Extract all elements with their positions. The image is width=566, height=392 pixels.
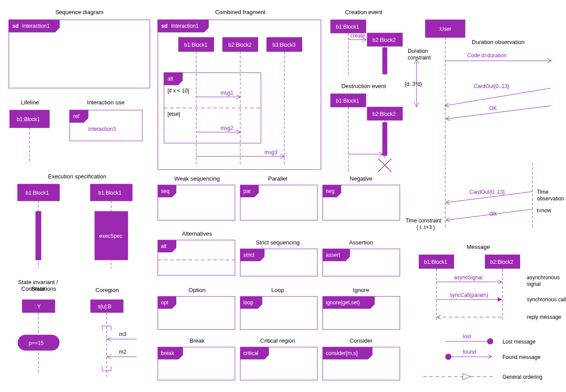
svg-text:b1:Block1: b1:Block1 — [336, 24, 359, 30]
svg-text:Found message: Found message — [503, 354, 540, 360]
exec-spec-shape: b1:Block1 b1:Block1 execSpec — [18, 184, 132, 269]
svg-text:synchronous call: synchronous call — [527, 296, 566, 303]
par-fragment: par — [240, 185, 317, 220]
svg-text:msg2: msg2 — [220, 125, 234, 131]
title-exec-spec: Execution specification — [48, 173, 106, 180]
svg-text:{d..3*d}: {d..3*d} — [405, 81, 422, 87]
title-interaction-use: Interaction use — [87, 99, 124, 106]
svg-text:par: par — [243, 188, 251, 194]
title-strict: Strict sequencing — [256, 239, 300, 246]
svg-text:msg3: msg3 — [264, 149, 278, 155]
svg-text:Duration observation: Duration observation — [472, 39, 525, 45]
svg-text:General ordering: General ordering — [503, 374, 542, 380]
svg-text::User: :User — [439, 26, 451, 32]
opt-fragment: opt — [158, 296, 235, 329]
svg-text:reply message: reply message — [527, 314, 561, 320]
title-state-inv: State State invariant / Continuations — [18, 279, 60, 292]
svg-text:b2:Block2: b2:Block2 — [490, 259, 514, 265]
svg-text:OK: OK — [489, 211, 497, 217]
svg-text:CardOut{0..13}: CardOut{0..13} — [469, 189, 505, 195]
svg-text:constraint: constraint — [408, 55, 431, 61]
title-assert: Assertion — [349, 239, 373, 246]
svg-text:ref: ref — [73, 113, 80, 119]
svg-rect-65 — [36, 211, 41, 260]
title-negative: Negative — [350, 175, 372, 182]
creation-event-shape: b1:Block1 create b2:Block2 — [331, 20, 402, 75]
svg-text:b2:Block2: b2:Block2 — [372, 37, 396, 43]
title-coregion: Coregion — [96, 287, 119, 293]
svg-text:m3: m3 — [119, 331, 127, 337]
svg-text:strict: strict — [243, 252, 255, 258]
destruction-event-shape: b1:Block1 b2:Block2 — [331, 94, 402, 172]
found-message-shape: found Found message — [445, 349, 540, 360]
svg-text:signal: signal — [527, 281, 540, 287]
svg-text:: Y: : Y — [34, 303, 41, 310]
svg-text:CardOut{0..13}: CardOut{0..13} — [474, 83, 509, 89]
title-combined-fragment: Combined fragment — [215, 9, 266, 15]
state-invariant-shape: : Y p==15 — [18, 300, 60, 374]
neg-fragment: neg — [323, 185, 400, 220]
svg-point-135 — [487, 338, 493, 344]
duration-shape: :User Duration observation Duration cons… — [405, 20, 551, 137]
svg-point-138 — [445, 354, 451, 360]
svg-line-58 — [445, 88, 551, 106]
svg-text:b1:Block1: b1:Block1 — [17, 116, 40, 122]
svg-text:Time constraint: Time constraint — [406, 218, 442, 224]
svg-text:Interaction3: Interaction3 — [88, 126, 116, 132]
sequence-diagram-frame: sd Interaction1 — [9, 20, 150, 88]
svg-text:[else]: [else] — [168, 111, 180, 117]
general-ordering-shape: General ordering — [423, 374, 542, 380]
break-fragment: break — [158, 347, 235, 380]
title-consider: Consider — [350, 337, 373, 344]
svg-text:alt: alt — [161, 243, 167, 249]
svg-text:t=now: t=now — [537, 207, 551, 214]
title-critical: Critical region — [260, 337, 295, 344]
title-creation-event: Creation event — [345, 9, 383, 15]
svg-text:lost: lost — [463, 333, 471, 340]
svg-text:b1:Block1: b1:Block1 — [336, 98, 359, 104]
svg-text:s[u]:B: s[u]:B — [98, 303, 112, 310]
lifeline-shape: b1:Block1 — [10, 110, 49, 163]
svg-text:alt: alt — [168, 76, 173, 82]
svg-text:m2: m2 — [119, 349, 127, 355]
svg-rect-40 — [383, 48, 387, 74]
title-break: Break — [190, 337, 205, 344]
assert-fragment: assert — [323, 249, 400, 276]
svg-text:Time: Time — [537, 189, 549, 195]
svg-text:b3:Block3: b3:Block3 — [272, 42, 296, 48]
svg-text:neg: neg — [326, 188, 335, 194]
svg-text:b1:Block1: b1:Block1 — [98, 190, 122, 196]
svg-text:consider{m,s}: consider{m,s} — [326, 350, 358, 356]
svg-text:ignore{get,set}: ignore{get,set} — [326, 300, 360, 306]
svg-text:OK: OK — [489, 105, 497, 111]
svg-text:seq: seq — [161, 188, 169, 194]
svg-text:execSpec: execSpec — [99, 233, 123, 239]
svg-text:Lost message: Lost message — [503, 339, 536, 345]
title-message: Message — [467, 244, 490, 250]
title-weak-seq: Weak sequencing — [174, 175, 220, 182]
svg-text:opt: opt — [161, 300, 168, 306]
svg-text:b1:Block1: b1:Block1 — [26, 190, 49, 196]
title-opt: Option — [189, 287, 205, 293]
svg-rect-47 — [383, 122, 387, 155]
svg-text:b2:Block2: b2:Block2 — [372, 111, 396, 117]
svg-text:sd: sd — [161, 23, 168, 29]
svg-text:break: break — [161, 350, 175, 356]
lost-message-shape: lost Lost message — [445, 333, 536, 345]
duration-constraint-label: Duration — [408, 48, 428, 54]
interaction-use-frame: ref Interaction3 — [70, 110, 142, 141]
svg-text:b2:Block2: b2:Block2 — [228, 42, 252, 48]
svg-text:loop: loop — [243, 300, 253, 306]
svg-text:syncCall(param): syncCall(param) — [450, 292, 488, 298]
coregion-shape: s[u]:B m3 m2 — [90, 300, 137, 377]
title-ignore: Ignore — [353, 287, 369, 293]
title-alt: Alternatives — [182, 230, 212, 237]
time-observation-shape: CardOut{0..13} Time observation t=now OK… — [406, 137, 564, 230]
message-shape: b1:Block1 b2:Block2 asyncSignal asynchro… — [419, 255, 566, 322]
svg-text:Code d=duration: Code d=duration — [467, 52, 506, 59]
svg-text:sd: sd — [12, 23, 19, 29]
svg-text:critical: critical — [243, 350, 258, 356]
svg-text:create: create — [350, 33, 365, 39]
title-destruction-event: Destruction event — [341, 83, 386, 89]
title-loop: Loop — [272, 287, 284, 293]
